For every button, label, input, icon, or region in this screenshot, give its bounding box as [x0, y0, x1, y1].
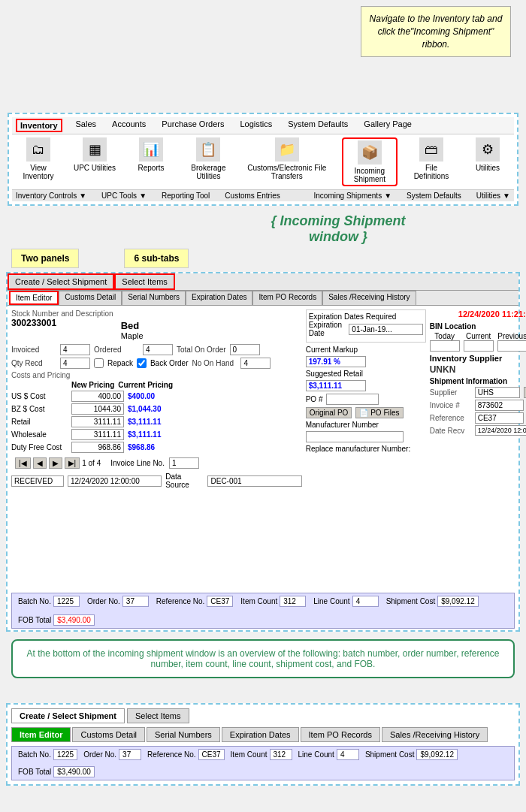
us-cost-new-input[interactable]	[71, 391, 124, 402]
sub-incoming-shipments[interactable]: Incoming Shipments ▼	[314, 192, 392, 200]
menu-accounts[interactable]: Accounts	[110, 119, 148, 132]
ribbon-view-inventory[interactable]: 🗂 View Inventory	[16, 137, 61, 180]
nav-row: |◀ ◀ ▶ ▶| 1 of 4 Invoice Line No.	[11, 456, 302, 470]
bottom-bar-inside: Batch No. 1225 Order No. 37 Reference No…	[11, 593, 515, 629]
duty-current: $968.86	[128, 443, 180, 451]
back-order-label: Back Order	[150, 359, 189, 367]
sub-utilities[interactable]: Utilities ▼	[476, 192, 510, 200]
subtab-serial-numbers[interactable]: Serial Numbers	[122, 291, 186, 305]
bottom-tab-select-items[interactable]: Select Items	[127, 708, 189, 723]
suggested-retail-val-row: $3,111.11	[306, 380, 426, 391]
original-po-button[interactable]: Original PO	[306, 407, 352, 418]
ribbon-reports[interactable]: 📊 Reports	[128, 137, 174, 172]
duty-new-input[interactable]	[71, 442, 124, 453]
data-source-input[interactable]	[207, 475, 301, 487]
content-area: Stock Number and Description 300233001 B…	[8, 306, 518, 591]
po-input[interactable]	[326, 394, 379, 405]
bin-today-input[interactable]	[430, 340, 460, 352]
mfr-number-label: Manufacturer Number	[306, 421, 379, 429]
bottom-subtab-item-po-records[interactable]: Item PO Records	[301, 727, 380, 742]
bin-row: Today Current Previous	[430, 332, 526, 340]
suggested-retail-label: Suggested Retail	[306, 370, 363, 378]
supplier-row: Supplier Reset	[430, 387, 526, 398]
retail-current: $3,111.11	[128, 418, 180, 426]
wholesale-current: $3,111.11	[128, 430, 180, 439]
nav-next[interactable]: ▶	[49, 457, 62, 469]
customs-icon: 📁	[275, 137, 299, 161]
mfr-number-row: Manufacturer Number	[306, 421, 426, 429]
bottom-subtab-sales-receiving[interactable]: Sales /Receiving History	[382, 727, 488, 742]
po-label: PO #	[306, 395, 323, 403]
ribbon-brokerage[interactable]: 📋 Brokerage Utilities	[185, 137, 232, 180]
exp-date-input[interactable]	[349, 324, 422, 335]
bottom-tab-create-select[interactable]: Create / Select Shipment	[11, 708, 125, 723]
bottom-subtab-expiration-dates[interactable]: Expiration Dates	[222, 727, 299, 742]
menu-gallery-page[interactable]: Gallery Page	[361, 119, 414, 132]
retail-new-input[interactable]	[71, 416, 124, 427]
back-order-checkbox[interactable]	[137, 358, 147, 368]
bin-previous-input[interactable]	[497, 340, 526, 352]
tab-create-select-shipment[interactable]: Create / Select Shipment	[8, 273, 114, 290]
status-row: RECEIVED Data Source	[11, 472, 302, 489]
nav-first[interactable]: |◀	[15, 457, 31, 469]
batch-no-value: 1225	[53, 596, 80, 607]
supplier-input[interactable]	[475, 387, 520, 398]
ribbon-utilities[interactable]: ⚙ Utilities	[465, 137, 510, 172]
us-cost-current: $400.00	[128, 392, 180, 400]
subtab-customs-detail[interactable]: Customs Detail	[59, 291, 122, 305]
subtab-item-editor[interactable]: Item Editor	[9, 291, 59, 305]
invoice-line-input[interactable]	[169, 457, 199, 469]
menu-system-defaults[interactable]: System Defaults	[286, 119, 350, 132]
ordered-label: Ordered	[94, 346, 139, 354]
ribbon-upc-utilities[interactable]: ▦ UPC Utilities	[72, 137, 117, 172]
menu-sales[interactable]: Sales	[74, 119, 99, 132]
mfr-number-input-row	[306, 431, 426, 442]
wholesale-new-input[interactable]	[71, 429, 124, 440]
ribbon-icons-bar: 🗂 View Inventory ▦ UPC Utilities 📊 Repor…	[12, 134, 514, 189]
invoiced-input[interactable]	[60, 344, 90, 355]
us-cost-label: US $ Cost	[11, 392, 68, 400]
sub-upc-tools[interactable]: UPC Tools ▼	[101, 192, 147, 200]
bottom-subtab-item-editor[interactable]: Item Editor	[11, 727, 71, 742]
bottom-subtab-customs-detail[interactable]: Customs Detail	[72, 727, 145, 742]
invoice-row: Invoice #	[430, 400, 526, 411]
bs-fob: FOB Total $3,490.00	[18, 766, 95, 777]
sub-inventory-controls[interactable]: Inventory Controls ▼	[16, 192, 86, 200]
reference-input[interactable]	[475, 412, 524, 424]
qty-recd-input[interactable]	[60, 358, 90, 369]
ribbon-customs[interactable]: 📁 Customs/Electronic File Transfers	[243, 137, 331, 180]
line-count-value: 4	[352, 596, 379, 607]
menu-purchase-orders[interactable]: Purchase Orders	[159, 119, 226, 132]
ribbon-incoming-shipment[interactable]: 📦 Incoming Shipment	[342, 137, 398, 186]
subtab-expiration-dates[interactable]: Expiration Dates	[186, 291, 252, 305]
bottom-subtab-serial-numbers[interactable]: Serial Numbers	[147, 727, 220, 742]
exp-header: Expiration Dates Required	[309, 312, 423, 321]
menu-inventory[interactable]: Inventory	[16, 119, 62, 132]
menu-logistics[interactable]: Logistics	[237, 119, 274, 132]
line-count-label: Line Count	[313, 597, 349, 605]
reference-label: Reference	[430, 414, 471, 422]
po-files-button[interactable]: 📄 PO Files	[355, 407, 403, 418]
bs-item-count-label: Item Count	[231, 750, 268, 759]
ship-cost-field: Shipment Cost $9,092.12	[386, 596, 479, 607]
nav-last[interactable]: ▶|	[65, 457, 80, 469]
sub-customs-entries[interactable]: Customs Entries	[225, 192, 280, 200]
subtab-sales-receiving[interactable]: Sales /Receiving History	[322, 291, 416, 305]
subtab-item-po-records[interactable]: Item PO Records	[252, 291, 322, 305]
sub-reporting-tool[interactable]: Reporting Tool	[162, 192, 210, 200]
date-recv-input[interactable]	[475, 425, 526, 436]
bz-cost-new-input[interactable]	[71, 403, 124, 415]
ship-cost-label: Shipment Cost	[386, 597, 436, 605]
mfr-number-input[interactable]	[306, 431, 404, 442]
repack-checkbox[interactable]	[94, 358, 104, 368]
tab-select-items[interactable]: Select Items	[114, 273, 175, 290]
received-date-input[interactable]	[68, 475, 162, 487]
invoice-input[interactable]	[475, 400, 524, 411]
bin-current-input[interactable]	[464, 340, 494, 352]
sub-system-defaults[interactable]: System Defaults	[407, 192, 461, 200]
main-window: Create / Select Shipment Select Items It…	[6, 272, 520, 632]
ordered-input[interactable]	[143, 344, 173, 355]
nav-prev[interactable]: ◀	[33, 457, 47, 469]
ribbon-file-definitions[interactable]: 🗃 File Definitions	[409, 137, 454, 180]
total-on-order-input[interactable]	[230, 344, 260, 355]
